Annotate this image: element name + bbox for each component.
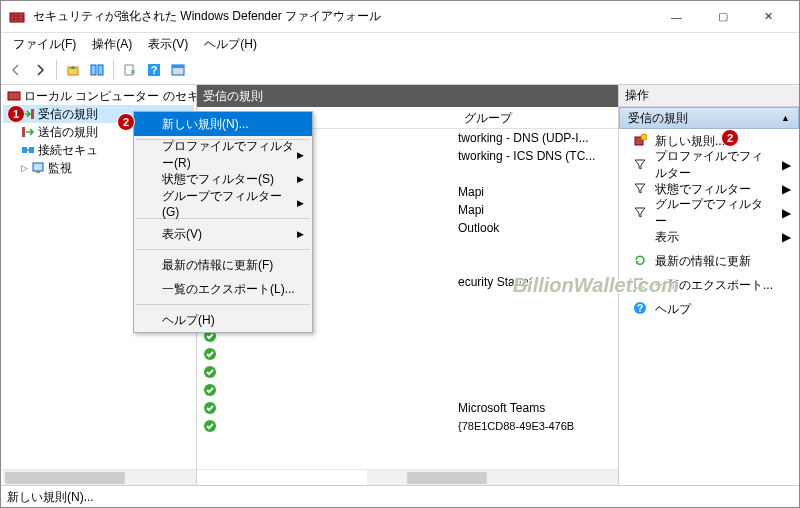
annotation-badge-1: 1: [7, 105, 25, 123]
ctx-new-rule[interactable]: 新しい規則(N)...: [134, 112, 312, 136]
svg-rect-14: [33, 163, 43, 171]
submenu-arrow-icon: ▶: [782, 230, 791, 244]
annotation-badge-2b: 2: [721, 129, 739, 147]
export-button[interactable]: [119, 59, 141, 81]
list-item-group: tworking - DNS (UDP-I...: [458, 131, 618, 145]
actions-header: 操作: [619, 85, 799, 107]
actions-panel: 操作 受信の規則 ▲ 新しい規則... プロファイルでフィルター ▶ 状態でフィ…: [619, 85, 799, 485]
svg-rect-9: [8, 92, 20, 100]
submenu-arrow-icon: ▶: [297, 174, 304, 184]
action-refresh-label: 最新の情報に更新: [655, 253, 751, 270]
actions-section[interactable]: 受信の規則 ▲: [619, 107, 799, 129]
submenu-arrow-icon: ▶: [782, 206, 791, 220]
svg-rect-13: [29, 147, 34, 153]
help-button[interactable]: ?: [143, 59, 165, 81]
action-refresh[interactable]: 最新の情報に更新: [619, 249, 799, 273]
ctx-filter-group[interactable]: グループでフィルター(G)▶: [134, 191, 312, 215]
firewall-icon: [9, 9, 25, 25]
title-bar: セキュリティが強化された Windows Defender ファイアウォール ―…: [1, 1, 799, 33]
collapse-icon[interactable]: ▲: [781, 113, 790, 123]
monitor-icon: [31, 161, 45, 175]
close-button[interactable]: ✕: [746, 2, 791, 32]
menu-view[interactable]: 表示(V): [140, 34, 196, 55]
submenu-arrow-icon: ▶: [782, 158, 791, 172]
list-item[interactable]: Microsoft Teams: [197, 399, 618, 417]
list-item-group: Mapi: [458, 203, 618, 217]
svg-rect-0: [10, 13, 24, 22]
tree-monitor-label: 監視: [48, 160, 72, 177]
action-filter-group[interactable]: グループでフィルター ▶: [619, 201, 799, 225]
list-item[interactable]: [197, 345, 618, 363]
maximize-button[interactable]: ▢: [700, 2, 745, 32]
tree-inbound-label: 受信の規則: [38, 106, 98, 123]
annotation-badge-2a: 2: [117, 113, 135, 131]
up-button[interactable]: [62, 59, 84, 81]
submenu-arrow-icon: ▶: [297, 150, 304, 160]
connsec-icon: [21, 143, 35, 157]
ctx-filter-group-label: グループでフィルター(G): [162, 188, 297, 219]
svg-rect-2: [91, 65, 96, 75]
ctx-help-label: ヘルプ(H): [162, 312, 215, 329]
col-group[interactable]: グループ: [458, 107, 618, 128]
list-item-group: ecurity Starter: [458, 275, 618, 289]
properties-button[interactable]: [167, 59, 189, 81]
main-content: ローカル コンピューター のセキュリティ 受信の規則 送信の規則 接続セキュ ▷…: [1, 85, 799, 485]
svg-rect-10: [31, 109, 34, 119]
help-icon: ?: [633, 301, 647, 318]
expand-icon[interactable]: ▷: [21, 163, 28, 173]
action-filter-profile[interactable]: プロファイルでフィルター ▶: [619, 153, 799, 177]
list-item-group: Microsoft Teams: [458, 401, 618, 415]
export-icon: [633, 277, 647, 294]
action-help[interactable]: ? ヘルプ: [619, 297, 799, 321]
svg-rect-11: [22, 127, 25, 137]
menu-action[interactable]: 操作(A): [84, 34, 140, 55]
status-text: 新しい規則(N)...: [7, 490, 94, 504]
list-item-group: Mapi: [458, 185, 618, 199]
context-menu: 新しい規則(N)... プロファイルでフィルター(R)▶ 状態でフィルター(S)…: [133, 111, 313, 333]
filter-icon: [633, 157, 647, 174]
action-help-label: ヘルプ: [655, 301, 691, 318]
forward-button[interactable]: [29, 59, 51, 81]
action-filter-state-label: 状態でフィルター: [655, 181, 751, 198]
ctx-refresh-label: 最新の情報に更新(F): [162, 257, 273, 274]
menu-bar: ファイル(F) 操作(A) 表示(V) ヘルプ(H): [1, 33, 799, 55]
minimize-button[interactable]: ―: [654, 2, 699, 32]
center-header: 受信の規則: [197, 85, 618, 107]
submenu-arrow-icon: ▶: [782, 182, 791, 196]
menu-help[interactable]: ヘルプ(H): [196, 34, 265, 55]
ctx-export[interactable]: 一覧のエクスポート(L)...: [134, 277, 312, 301]
window-title: セキュリティが強化された Windows Defender ファイアウォール: [33, 8, 654, 25]
action-view[interactable]: 表示 ▶: [619, 225, 799, 249]
svg-rect-3: [98, 65, 103, 75]
tree-outbound-label: 送信の規則: [38, 124, 98, 141]
action-export[interactable]: 一覧のエクスポート...: [619, 273, 799, 297]
refresh-icon: [633, 253, 647, 270]
list-item[interactable]: {78E1CD88-49E3-476B: [197, 417, 618, 435]
ctx-refresh[interactable]: 最新の情報に更新(F): [134, 253, 312, 277]
back-button[interactable]: [5, 59, 27, 81]
allow-icon: [203, 365, 217, 379]
toolbar: ?: [1, 55, 799, 85]
ctx-view[interactable]: 表示(V)▶: [134, 222, 312, 246]
svg-text:?: ?: [151, 64, 158, 76]
svg-text:?: ?: [637, 303, 643, 314]
action-export-label: 一覧のエクスポート...: [655, 277, 773, 294]
allow-icon: [203, 383, 217, 397]
center-hscroll[interactable]: [197, 469, 618, 485]
show-hide-button[interactable]: [86, 59, 108, 81]
menu-file[interactable]: ファイル(F): [5, 34, 84, 55]
ctx-filter-state-label: 状態でフィルター(S): [162, 171, 274, 188]
svg-rect-12: [22, 147, 27, 153]
ctx-new-rule-label: 新しい規則(N)...: [162, 116, 249, 133]
tree-root[interactable]: ローカル コンピューター のセキュリティ: [3, 87, 194, 105]
status-bar: 新しい規則(N)...: [1, 485, 799, 507]
list-item[interactable]: [197, 363, 618, 381]
ctx-view-label: 表示(V): [162, 226, 202, 243]
ctx-filter-profile[interactable]: プロファイルでフィルター(R)▶: [134, 143, 312, 167]
ctx-help[interactable]: ヘルプ(H): [134, 308, 312, 332]
filter-icon: [633, 205, 647, 222]
svg-rect-8: [172, 65, 184, 68]
filter-icon: [633, 181, 647, 198]
tree-hscroll[interactable]: [3, 469, 196, 485]
list-item[interactable]: [197, 381, 618, 399]
